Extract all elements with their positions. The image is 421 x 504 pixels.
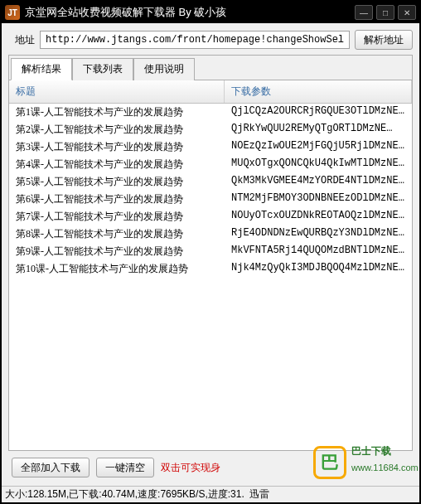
status-bar: 大小:128.15M,已下载:40.74M,速度:7695KB/S,进度:31.… [2,486,419,502]
cell-title: 第7课-人工智能技术与产业的发展趋势 [9,208,225,225]
cell-param: QjRkYwQUU2REMyQTgORTlDMzNE… [225,121,412,138]
bottom-toolbar: 全部加入下载 一键清空 双击可实现身 [8,456,413,479]
result-grid: 标题 下载参数 第1课-人工智能技术与产业的发展趋势QjlCQzA2OURCRj… [9,80,412,450]
col-header-title[interactable]: 标题 [9,80,225,103]
cell-title: 第2课-人工智能技术与产业的发展趋势 [9,121,225,138]
cell-param: MUQxOTgxQONCQkU4QkIwMTlDMzNE… [225,156,412,173]
tab-strip: 解析结果 下载列表 使用说明 [9,56,412,80]
address-input[interactable] [40,31,350,49]
table-row[interactable]: 第8课-人工智能技术与产业的发展趋势RjE4ODNDNzEwQURBQzY3ND… [9,225,412,243]
app-icon: JT [5,5,20,20]
cell-param: NTM2MjFBMOY3ODNBNEEzODlDMzNE… [225,191,412,208]
address-label: 地址 [8,33,35,47]
table-row[interactable]: 第3课-人工智能技术与产业的发展趋势NOEzQzIwOUE2MjFGQjU5Rj… [9,138,412,156]
cell-param: Njk4MzQyQkI3MDJBQOQ4MzlDMzNE… [225,260,412,278]
table-row[interactable]: 第7课-人工智能技术与产业的发展趋势NOUyOTcxOUZDNkREOTAOQz… [9,208,412,225]
cell-title: 第9课-人工智能技术与产业的发展趋势 [9,243,225,260]
maximize-button[interactable]: □ [376,5,394,20]
table-row[interactable]: 第10课-人工智能技术与产业的发展趋势Njk4MzQyQkI3MDJBQOQ4M… [9,260,412,278]
client-area: 地址 解析地址 解析结果 下载列表 使用说明 标题 下载参数 第1课-人工智能技… [2,23,419,486]
table-row[interactable]: 第1课-人工智能技术与产业的发展趋势QjlCQzA2OURCRjRGQUE3OT… [9,104,412,121]
tab-instructions[interactable]: 使用说明 [133,58,195,80]
cell-title: 第5课-人工智能技术与产业的发展趋势 [9,173,225,191]
titlebar[interactable]: JT 京堂网全站收费视频破解下载器 By 破小孩 — □ ✕ [2,2,419,23]
cell-title: 第1课-人工智能技术与产业的发展趋势 [9,104,225,121]
parse-button[interactable]: 解析地址 [355,30,413,50]
add-all-button[interactable]: 全部加入下载 [12,458,90,477]
cell-title: 第3课-人工智能技术与产业的发展趋势 [9,138,225,156]
cell-title: 第6课-人工智能技术与产业的发展趋势 [9,191,225,208]
status-engine: 迅雷 [249,487,269,502]
cell-param: NOUyOTcxOUZDNkREOTAOQzlDMzNE… [225,208,412,225]
table-row[interactable]: 第2课-人工智能技术与产业的发展趋势QjRkYwQUU2REMyQTgORTlD… [9,121,412,138]
tabs-container: 解析结果 下载列表 使用说明 标题 下载参数 第1课-人工智能技术与产业的发展趋… [8,55,413,451]
window-title: 京堂网全站收费视频破解下载器 By 破小孩 [25,5,355,20]
status-progress: 大小:128.15M,已下载:40.74M,速度:7695KB/S,进度:31. [5,487,244,502]
double-click-hint: 双击可实现身 [161,461,220,475]
window-controls: — □ ✕ [355,5,416,20]
app-window: JT 京堂网全站收费视频破解下载器 By 破小孩 — □ ✕ 地址 解析地址 解… [0,0,421,504]
close-button[interactable]: ✕ [398,5,416,20]
cell-param: RjE4ODNDNzEwQURBQzY3NDlDMzNE… [225,225,412,243]
grid-header: 标题 下载参数 [9,80,412,104]
col-header-param[interactable]: 下载参数 [225,80,412,103]
cell-param: MkVFNTA5Rj14QUQOMzdBNTlDMzNE… [225,243,412,260]
table-row[interactable]: 第9课-人工智能技术与产业的发展趋势MkVFNTA5Rj14QUQOMzdBNT… [9,243,412,260]
table-row[interactable]: 第4课-人工智能技术与产业的发展趋势MUQxOTgxQONCQkU4QkIwMT… [9,156,412,173]
table-row[interactable]: 第5课-人工智能技术与产业的发展趋势QkM3MkVGMEE4MzYORDE4NT… [9,173,412,191]
cell-title: 第10课-人工智能技术与产业的发展趋势 [9,260,225,278]
cell-title: 第4课-人工智能技术与产业的发展趋势 [9,156,225,173]
minimize-button[interactable]: — [355,5,373,20]
tab-download-list[interactable]: 下载列表 [72,58,133,80]
cell-param: QkM3MkVGMEE4MzYORDE4NTlDMzNE… [225,173,412,191]
tab-parse-result[interactable]: 解析结果 [11,58,72,80]
address-row: 地址 解析地址 [8,30,413,50]
cell-param: NOEzQzIwOUE2MjFGQjU5RjlDMzNE… [225,138,412,156]
table-row[interactable]: 第6课-人工智能技术与产业的发展趋势NTM2MjFBMOY3ODNBNEEzOD… [9,191,412,208]
cell-title: 第8课-人工智能技术与产业的发展趋势 [9,225,225,243]
clear-button[interactable]: 一键清空 [96,458,154,477]
cell-param: QjlCQzA2OURCRjRGQUE3OTlDMzNE… [225,104,412,121]
grid-body: 第1课-人工智能技术与产业的发展趋势QjlCQzA2OURCRjRGQUE3OT… [9,104,412,278]
